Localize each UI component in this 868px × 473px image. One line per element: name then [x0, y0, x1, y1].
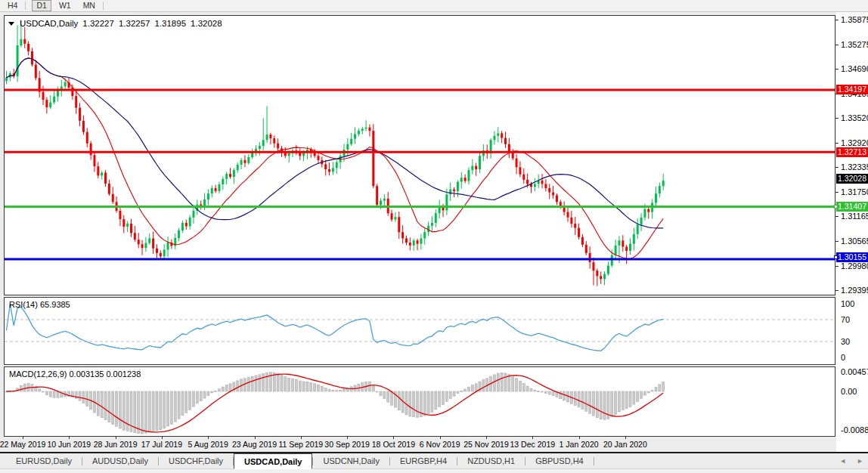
price-badge-1.31407[interactable]: 1.31407 — [836, 202, 868, 212]
quote-close: 1.32028 — [191, 19, 222, 28]
price-axis-tick — [835, 167, 839, 168]
macd-scale-label: 0.004572 — [841, 367, 868, 376]
chart-title: USDCAD,Daily 1.32227 1.32257 1.31895 1.3… — [8, 19, 222, 28]
rsi-scale-label: 100 — [841, 299, 854, 308]
timeframe-button-h4[interactable]: H4 — [3, 0, 22, 11]
date-axis-label: 22 May 2019 — [0, 440, 49, 449]
tabs-scroll-left-icon[interactable]: ◄ — [839, 454, 846, 468]
tabs-scroll-right-icon[interactable]: ► — [857, 454, 863, 468]
macd-label: MACD(12,26,9) 0.003135 0.001238 — [9, 369, 141, 379]
chart-tab-eurusd[interactable]: EURUSD,Daily — [6, 453, 82, 468]
date-axis-label: 11 Sep 2019 — [274, 440, 327, 449]
price-axis-tick — [835, 216, 839, 217]
price-axis-label: 1.35875 — [841, 15, 868, 24]
price-axis-label: 1.31165 — [841, 212, 868, 221]
price-badge-1.30155[interactable]: 1.30155 — [836, 252, 868, 262]
price-axis-tick — [835, 118, 839, 119]
chart-tab-gbpusd[interactable]: GBPUSD,H4 — [525, 453, 594, 468]
price-axis-label: 1.32335 — [841, 162, 868, 172]
rsi-indicator-panel[interactable] — [4, 297, 835, 365]
chart-tab-usdchf[interactable]: USDCHF,Daily — [159, 453, 233, 468]
date-axis-label: 20 Jan 2020 — [599, 440, 652, 449]
price-axis-tick — [835, 241, 839, 242]
price-axis-tick — [835, 143, 839, 144]
macd-main-value: 0.003135 — [69, 369, 104, 379]
rsi-scale-label: 0 — [841, 353, 845, 362]
rsi-value: 65.9385 — [40, 300, 70, 309]
price-badge-1.32713: 1.32713 — [836, 147, 868, 157]
price-axis-label: 1.31750 — [841, 187, 868, 196]
date-axis-label: 30 Sep 2019 — [321, 440, 374, 449]
date-axis-tick — [579, 437, 580, 439]
timeframe-toolbar: H4D1W1MN — [0, 0, 868, 12]
toolbar-separator — [103, 2, 104, 10]
price-axis-label: 1.32920 — [841, 138, 868, 147]
chart-tab-usdcnh[interactable]: USDCNH,Daily — [313, 453, 389, 468]
macd-signal-value: 0.001238 — [106, 369, 141, 379]
date-axis-label: 18 Oct 2019 — [367, 440, 420, 449]
date-axis-tick — [532, 437, 533, 439]
price-axis-tick — [835, 192, 839, 193]
timeframe-button-w1[interactable]: W1 — [54, 0, 76, 11]
date-axis-tick — [440, 437, 441, 439]
level-drag-handle[interactable] — [834, 205, 838, 209]
chart-caret-icon[interactable] — [8, 22, 14, 26]
chart-tab-eurgbp[interactable]: EURGBP,H4 — [390, 453, 457, 468]
date-axis-label: 23 Aug 2019 — [228, 440, 281, 449]
date-axis-tick — [393, 437, 394, 439]
tab-separator — [594, 457, 594, 465]
price-axis-column — [836, 12, 868, 452]
macd-scale-label: 0.00 — [841, 387, 857, 396]
date-axis-tick — [255, 437, 256, 439]
rsi-scale-label: 70 — [841, 315, 850, 324]
price-axis-label: 1.35275 — [841, 40, 868, 49]
date-axis-label: 1 Jan 2020 — [553, 440, 606, 449]
level-drag-handle[interactable] — [834, 255, 838, 259]
price-axis-label: 1.29980 — [841, 261, 868, 271]
price-axis-tick — [835, 69, 839, 70]
date-axis-label: 10 Jun 2019 — [42, 440, 95, 449]
date-axis-tick — [301, 437, 302, 439]
price-axis-tick — [835, 266, 839, 267]
date-axis-tick — [116, 437, 116, 439]
date-axis-label: 17 Jul 2019 — [135, 440, 188, 449]
price-axis-label: 1.33520 — [841, 113, 868, 122]
price-badge-1.34197: 1.34197 — [836, 85, 868, 94]
rsi-scale-label: 30 — [841, 337, 850, 346]
price-axis-label: 1.30565 — [841, 236, 868, 246]
price-axis-tick — [835, 20, 839, 20]
chart-tab-usdcad[interactable]: USDCAD,Daily — [234, 453, 312, 469]
date-axis-tick — [69, 437, 70, 439]
date-axis-label: 6 Nov 2019 — [414, 440, 467, 449]
date-axis-label: 25 Nov 2019 — [460, 440, 513, 449]
date-axis-label: 28 Jun 2019 — [89, 440, 142, 449]
macd-scale-label: -0.008893 — [841, 425, 868, 434]
chart-tabs-bar: EURUSD,DailyAUDUSD,DailyUSDCHF,DailyUSDC… — [0, 453, 868, 469]
date-axis-tick — [347, 437, 348, 439]
chart-symbol-label: USDCAD,Daily — [20, 19, 78, 28]
price-axis-label: 1.29395 — [841, 286, 868, 295]
price-chart-panel[interactable] — [4, 15, 835, 295]
date-axis-label: 5 Aug 2019 — [181, 440, 234, 449]
date-axis-tick — [486, 437, 487, 439]
date-axis-label: 13 Dec 2019 — [506, 440, 559, 449]
date-axis-tick — [625, 437, 626, 439]
price-axis-tick — [835, 290, 839, 291]
date-axis-tick — [23, 437, 23, 439]
chart-tab-audusd[interactable]: AUDUSD,Daily — [82, 453, 158, 468]
timeframe-button-mn[interactable]: MN — [79, 0, 100, 11]
status-strip — [0, 469, 868, 473]
price-axis-label: 1.34690 — [841, 64, 868, 73]
date-axis-tick — [162, 437, 163, 439]
toolbar-separator — [25, 2, 26, 10]
quote-open: 1.32227 — [82, 19, 114, 28]
quote-low: 1.31895 — [154, 19, 186, 28]
timeframe-button-d1[interactable]: D1 — [32, 0, 51, 11]
chart-tab-nzdusd[interactable]: NZDUSD,H1 — [457, 453, 525, 468]
price-axis-tick — [835, 45, 839, 45]
rsi-label: RSI(14) 65.9385 — [9, 300, 70, 309]
date-axis-tick — [208, 437, 209, 439]
quote-high: 1.32257 — [119, 19, 150, 28]
price-badge-1.32028: 1.32028 — [836, 174, 868, 184]
